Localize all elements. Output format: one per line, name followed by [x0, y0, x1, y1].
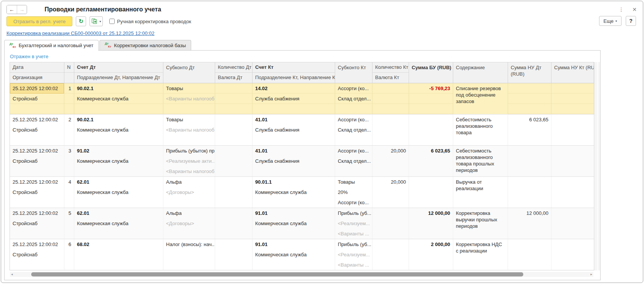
cell-account-kt[interactable]: 90.01.1Коммерческая служба	[252, 177, 335, 208]
cell-subconto-dt[interactable]: Налог (взносы): нач...	[163, 239, 215, 270]
cell-account-kt[interactable]: 14.02Служба снабжения	[252, 83, 335, 114]
cell-account-kt[interactable]: 91.01Коммерческая служба	[252, 239, 335, 270]
cell-date-org[interactable]: 25.12.2025 12:00:02Стройснаб	[10, 177, 64, 208]
cell-account-dt[interactable]: 90.02.1Коммерческая служба	[74, 83, 163, 114]
kebab-menu-icon[interactable]: ⋮	[618, 6, 624, 13]
cell-account-dt[interactable]: 90.02.1Коммерческая служба	[74, 114, 163, 145]
cell-content[interactable]: Списание резервов под обесценение запасо…	[453, 83, 508, 114]
tab-tax-base-adjustments[interactable]: ДтКт Корректировки налоговой базы	[99, 40, 191, 50]
refresh-button[interactable]: ↻	[76, 16, 86, 26]
cell-account-dt[interactable]: 91.02Коммерческая служба	[74, 146, 163, 176]
cell-sum-bu[interactable]: -5 769,23	[409, 83, 453, 114]
column-header-sum-bu[interactable]: Сумма БУ (RUB)	[409, 62, 453, 83]
tab-accounting-and-tax[interactable]: ДтКт Бухгалтерский и налоговый учет	[4, 40, 99, 51]
cell-qty-dt[interactable]	[215, 114, 252, 145]
cell-content[interactable]: Себестоимость реализованного товара	[453, 114, 508, 145]
cell-sum-nu-dt[interactable]	[508, 177, 551, 208]
cell-num[interactable]: 2	[64, 114, 74, 145]
close-icon[interactable]: ✕	[632, 6, 637, 13]
table-row[interactable]: 25.12.2025 12:00:02Стройснаб391.02Коммер…	[10, 145, 594, 176]
cell-subconto-kt[interactable]: Прибыль (уб...<Реализуем...<Варианты ...	[335, 239, 372, 270]
cell-qty-kt[interactable]: 20,000	[372, 146, 409, 176]
cell-sum-bu[interactable]	[409, 177, 453, 208]
cell-content[interactable]: Корректировка НДС с реализации	[453, 239, 508, 270]
cell-subconto-kt[interactable]: Ассорти (ко...Склад отдел...	[335, 146, 372, 176]
cell-sum-nu-kt[interactable]	[551, 177, 594, 208]
cell-subconto-dt[interactable]: Товары<Варианты налогооб...	[163, 114, 215, 145]
column-header-account-kt[interactable]: Счет КтПодразделение Кт, Направление Кт	[252, 62, 335, 83]
cell-date-org[interactable]: 25.12.2025 12:00:02Стройснаб	[10, 208, 64, 239]
post-documents-button[interactable]: ▾	[89, 16, 103, 26]
cell-sum-bu[interactable]: 6 023,65	[409, 146, 453, 176]
table-row[interactable]: 25.12.2025 12:00:02Стройснаб562.01Коммер…	[10, 208, 594, 239]
cell-sum-nu-kt[interactable]	[551, 146, 594, 176]
cell-account-dt[interactable]: 62.01Коммерческая служба	[74, 208, 163, 239]
cell-content[interactable]: Выручка от реализации	[453, 177, 508, 208]
help-button[interactable]: ?	[626, 16, 636, 26]
cell-qty-dt[interactable]	[215, 146, 252, 176]
cell-qty-kt[interactable]	[372, 114, 409, 145]
cell-sum-bu[interactable]	[409, 114, 453, 145]
cell-account-kt[interactable]: 41.01Служба снабжения	[252, 114, 335, 145]
cell-subconto-dt[interactable]: Товары<Варианты налогооб...	[163, 83, 215, 114]
cell-account-kt[interactable]: 91.01Коммерческая служба	[252, 208, 335, 239]
cell-sum-nu-dt[interactable]: 12 000,00	[508, 208, 551, 239]
table-row[interactable]: 25.12.2025 12:00:02Стройснаб190.02.1Комм…	[10, 83, 594, 114]
cell-num[interactable]: 3	[64, 146, 74, 176]
more-button[interactable]: Еще ▾	[599, 16, 622, 26]
cell-subconto-kt[interactable]: Ассорти (ко...Склад отдел...	[335, 83, 372, 114]
cell-sum-nu-kt[interactable]	[551, 114, 594, 145]
cell-sum-nu-kt[interactable]	[551, 208, 594, 239]
reflect-button[interactable]: Отразить в регл. учете	[6, 16, 72, 26]
cell-qty-dt[interactable]	[215, 83, 252, 114]
table-row[interactable]: 25.12.2025 12:00:02Стройснаб290.02.1Комм…	[10, 114, 594, 145]
cell-sum-nu-dt[interactable]	[508, 146, 551, 176]
table-row[interactable]: 25.12.2025 12:00:02Стройснаб668.02Налог …	[10, 239, 594, 270]
forward-button[interactable]: →	[17, 5, 27, 14]
cell-account-kt[interactable]: 41.01Служба снабжения	[252, 146, 335, 176]
column-header-sum-nu-kt[interactable]: Сумма НУ Кт (RU	[551, 62, 594, 83]
cell-sum-nu-kt[interactable]	[551, 83, 594, 114]
manual-adjustment-toggle[interactable]: Ручная корректировка проводок	[109, 19, 191, 24]
cell-date-org[interactable]: 25.12.2025 12:00:02Стройснаб	[10, 239, 64, 270]
cell-account-dt[interactable]: 68.02	[74, 239, 163, 270]
cell-account-dt[interactable]: 62.01Коммерческая служба	[74, 177, 163, 208]
cell-qty-kt[interactable]	[372, 239, 409, 270]
column-header-date[interactable]: ДатаОрганизация	[10, 62, 64, 83]
cell-num[interactable]: 4	[64, 177, 74, 208]
cell-content[interactable]: Себестоимость реализованного товара прош…	[453, 146, 508, 176]
cell-subconto-dt[interactable]: Альфа<Договоры>	[163, 208, 215, 239]
cell-date-org[interactable]: 25.12.2025 12:00:02Стройснаб	[10, 83, 64, 114]
cell-date-org[interactable]: 25.12.2025 12:00:02Стройснаб	[10, 146, 64, 176]
column-header-n[interactable]: N	[64, 62, 74, 83]
column-header-account-dt[interactable]: Счет ДтПодразделение Дт, Направление Дт	[74, 62, 163, 83]
cell-subconto-kt[interactable]: Товары20%Ассорти (ко...	[335, 177, 372, 208]
table-row[interactable]: 25.12.2025 12:00:02Стройснаб462.01Коммер…	[10, 176, 594, 208]
cell-qty-dt[interactable]	[215, 239, 252, 270]
cell-qty-dt[interactable]	[215, 177, 252, 208]
cell-num[interactable]: 5	[64, 208, 74, 239]
horizontal-scrollbar[interactable]: ◂ ▸	[10, 272, 593, 277]
cell-sum-nu-kt[interactable]	[551, 239, 594, 270]
back-button[interactable]: ←	[7, 5, 17, 14]
cell-subconto-kt[interactable]: Прибыль (уб...<Реализуем...<Варианты ...	[335, 208, 372, 239]
cell-content[interactable]: Корректировка выручки прошлых периодов	[453, 208, 508, 239]
cell-qty-kt[interactable]: 20,000	[372, 177, 409, 208]
column-header-sum-nu-dt[interactable]: Сумма НУ Дт (RUB)	[508, 62, 551, 83]
cell-sum-nu-dt[interactable]: 6 023,65	[508, 114, 551, 145]
cell-qty-kt[interactable]	[372, 83, 409, 114]
cell-subconto-dt[interactable]: Альфа<Договоры>	[163, 177, 215, 208]
cell-qty-dt[interactable]	[215, 208, 252, 239]
cell-sum-nu-dt[interactable]	[508, 239, 551, 270]
vertical-scrollbar[interactable]	[596, 62, 599, 270]
column-header-qty-dt[interactable]: Количество ДтВалюта Дт	[215, 62, 252, 83]
status-link[interactable]: Отражен в учете	[5, 51, 58, 62]
cell-sum-bu[interactable]: 12 000,00	[409, 208, 453, 239]
column-header-qty-kt[interactable]: Количество КтВалюта Кт	[372, 62, 409, 83]
cell-num[interactable]: 1	[64, 83, 74, 114]
horizontal-scrollbar-thumb[interactable]	[31, 272, 523, 276]
cell-sum-nu-dt[interactable]	[508, 83, 551, 114]
cell-num[interactable]: 6	[64, 239, 74, 270]
cell-sum-bu[interactable]: 2 000,00	[409, 239, 453, 270]
document-link[interactable]: Корректировка реализации СБ00-000003 от …	[6, 30, 155, 36]
